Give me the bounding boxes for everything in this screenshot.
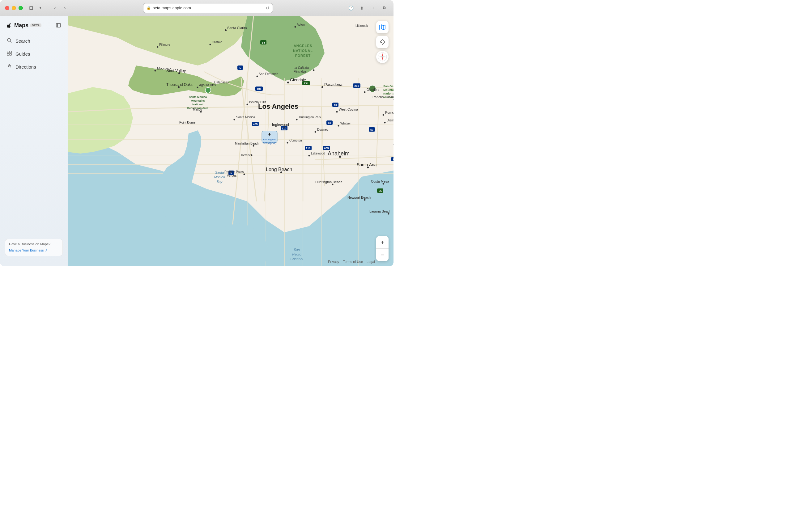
svg-line-3 <box>10 41 12 42</box>
location-button[interactable] <box>376 36 388 48</box>
svg-text:Santa: Santa <box>215 171 224 174</box>
browser-nav: ‹ › <box>51 4 69 13</box>
chevron-down-icon[interactable]: ▾ <box>36 4 44 13</box>
sidebar-item-search[interactable]: Search <box>2 35 65 47</box>
svg-point-120 <box>315 131 316 133</box>
forward-button[interactable]: › <box>61 4 69 13</box>
svg-text:405: 405 <box>253 123 257 126</box>
sidebar-item-directions[interactable]: Directions <box>2 61 65 73</box>
sidebar-item-guides[interactable]: Guides <box>2 48 65 60</box>
zoom-in-button[interactable]: + <box>376 236 388 248</box>
svg-text:Channel: Channel <box>291 257 303 261</box>
map-view-button[interactable] <box>376 21 388 34</box>
maps-header: Maps BETA <box>0 21 68 35</box>
browser-chrome: ⊟ ▾ ‹ › 🔒 beta.maps.apple.com ↺ 🕐 ⬆ ＋ ⧉ <box>0 0 394 16</box>
svg-text:14: 14 <box>262 41 265 44</box>
terms-link[interactable]: Terms of Use <box>343 260 363 264</box>
svg-text:Malibu: Malibu <box>193 108 202 111</box>
svg-text:San: San <box>294 248 300 251</box>
maps-logo: Maps BETA <box>5 22 41 29</box>
svg-text:134: 134 <box>303 82 308 85</box>
refresh-icon[interactable]: ↺ <box>266 5 270 10</box>
svg-text:West Covina: West Covina <box>339 108 358 111</box>
svg-text:Compton: Compton <box>289 139 302 142</box>
sidebar-toggle-button[interactable] <box>54 21 63 30</box>
compass-icon: N <box>378 52 387 62</box>
svg-text:FOREST: FOREST <box>295 54 311 58</box>
svg-point-93 <box>257 76 258 77</box>
svg-rect-7 <box>9 53 12 55</box>
business-question: Have a Business on Maps? <box>9 242 59 246</box>
back-button[interactable]: ‹ <box>51 4 59 13</box>
svg-text:ANGELES: ANGELES <box>294 44 312 48</box>
svg-text:Laguna Beach: Laguna Beach <box>369 209 391 213</box>
close-button[interactable] <box>5 6 9 10</box>
fullscreen-button[interactable] <box>19 6 23 10</box>
svg-text:10: 10 <box>334 104 337 107</box>
svg-rect-4 <box>7 51 9 53</box>
map-icon <box>379 24 385 30</box>
legal-link[interactable]: Legal <box>367 260 375 264</box>
privacy-link[interactable]: Privacy <box>328 260 339 264</box>
business-card: Have a Business on Maps? Manage Your Bus… <box>5 239 63 256</box>
svg-text:55: 55 <box>379 190 382 193</box>
map-svg: Santa Monica Bay San Pedro Channel ANGEL… <box>68 16 394 266</box>
sidebar-item-guides-label: Guides <box>16 51 30 57</box>
map-footer: Privacy Terms of Use Legal <box>328 260 375 264</box>
svg-text:Fillmore: Fillmore <box>159 43 170 46</box>
svg-text:Newport Beach: Newport Beach <box>347 196 370 199</box>
compass-button[interactable]: N <box>376 51 388 63</box>
svg-point-102 <box>364 91 366 93</box>
svg-text:Beverly Hills: Beverly Hills <box>249 101 266 104</box>
svg-point-153 <box>364 199 366 201</box>
manage-business-link[interactable]: Manage Your Business ↗ <box>9 248 48 252</box>
svg-point-118 <box>338 125 339 127</box>
minimize-button[interactable] <box>12 6 16 10</box>
svg-point-91 <box>212 84 214 86</box>
svg-text:Torrance: Torrance <box>240 154 253 157</box>
svg-point-114 <box>296 119 298 120</box>
svg-point-122 <box>287 142 289 143</box>
svg-point-89 <box>197 87 198 88</box>
svg-point-136 <box>309 155 310 157</box>
history-icon[interactable]: 🕐 <box>346 4 355 13</box>
sidebar-item-directions-label: Directions <box>16 64 36 69</box>
beta-badge: BETA <box>30 23 41 27</box>
svg-text:Thousand Oaks: Thousand Oaks <box>166 83 193 87</box>
traffic-lights <box>5 6 23 10</box>
address-bar[interactable]: 🔒 beta.maps.apple.com ↺ <box>143 3 273 13</box>
svg-text:Airport (LAX): Airport (LAX) <box>263 142 276 145</box>
svg-point-100 <box>321 86 323 88</box>
svg-point-83 <box>154 70 156 72</box>
svg-text:Pasadena: Pasadena <box>324 82 342 87</box>
svg-text:Pomona: Pomona <box>385 111 394 114</box>
svg-text:91: 91 <box>393 158 394 161</box>
svg-point-155 <box>388 213 389 215</box>
svg-point-134 <box>253 145 254 147</box>
svg-point-149 <box>383 183 384 185</box>
svg-text:✈: ✈ <box>268 132 271 137</box>
svg-text:National: National <box>383 92 394 95</box>
zoom-out-button[interactable]: − <box>376 249 388 261</box>
svg-text:57: 57 <box>370 128 374 131</box>
share-icon[interactable]: ⬆ <box>358 4 366 13</box>
svg-text:Santa Monica: Santa Monica <box>189 95 207 98</box>
address-bar-container: 🔒 beta.maps.apple.com ↺ <box>73 3 343 13</box>
svg-text:605: 605 <box>324 147 328 150</box>
tabs-icon[interactable]: ⧉ <box>380 4 388 13</box>
svg-text:NATIONAL: NATIONAL <box>293 49 313 52</box>
map-area[interactable]: Santa Monica Bay San Pedro Channel ANGEL… <box>68 16 394 266</box>
svg-rect-5 <box>9 51 12 53</box>
svg-point-81 <box>157 46 158 48</box>
url-text: beta.maps.apple.com <box>153 5 191 10</box>
app-title: Maps <box>14 22 28 29</box>
directions-icon <box>6 64 13 70</box>
new-tab-icon[interactable]: ＋ <box>369 4 378 13</box>
svg-text:Mountains: Mountains <box>191 99 205 102</box>
svg-text:San Fernando: San Fernando <box>259 72 278 76</box>
sidebar-toggle-browser[interactable]: ⊟ <box>27 4 35 13</box>
svg-text:Lakewood: Lakewood <box>311 152 325 155</box>
svg-text:5: 5 <box>239 66 241 69</box>
svg-text:Downey: Downey <box>317 128 328 131</box>
svg-text:Littlerock: Littlerock <box>356 24 368 27</box>
